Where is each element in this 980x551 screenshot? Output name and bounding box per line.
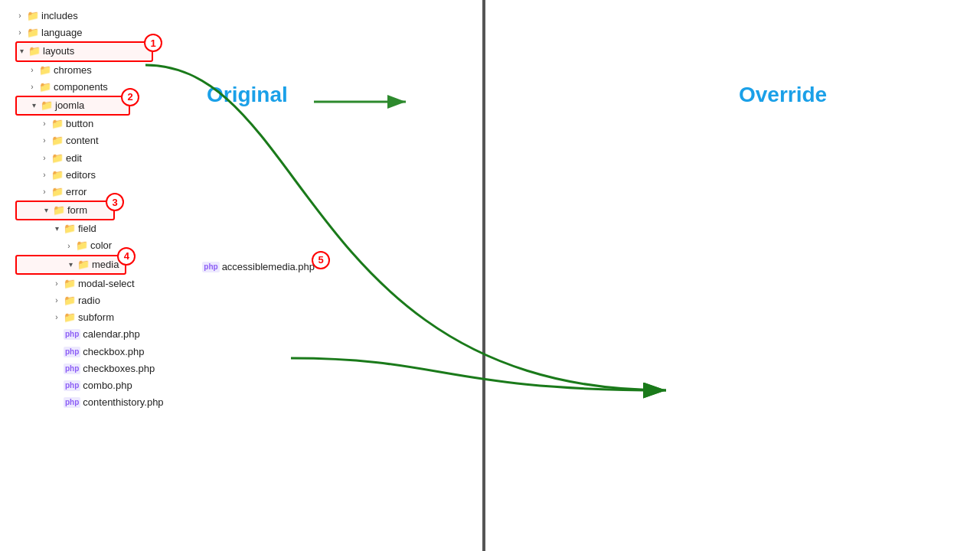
accessiblemedia-row: php accessiblemedia.php [129,259,321,276]
folder-icon: 📁 [27,26,39,40]
tree-item: php calendar.php [15,326,475,343]
caret-icon: › [40,135,49,146]
tree-item: php checkbox.php [15,344,475,360]
tree-item: › 📁 radio [15,292,475,309]
caret-icon: › [52,279,61,289]
caret-icon: › [40,119,49,129]
folder-icon: 📁 [76,239,88,253]
orig-to-override-arrow [314,88,413,116]
layouts-row: ▾ 📁 layouts [15,41,153,61]
tree-item: php combo.php [15,377,475,394]
caret-icon: › [28,65,37,76]
main-container: › 📁 includes › 📁 language ▾ 📁 layouts 1 … [0,0,980,551]
tree-item: php contenthistory.php [15,394,475,411]
folder-icon: 📁 [53,204,65,217]
caret-icon: › [40,170,49,181]
item-label: chromes [54,64,92,77]
tree-item: › 📁 color [15,237,475,254]
folder-icon: 📁 [41,99,53,112]
item-label: checkboxes.php [83,362,155,376]
caret-icon: › [15,28,24,38]
php-badge: php [64,380,80,391]
item-label: components [54,80,108,94]
tree-item: › 📁 content [15,132,475,149]
tree-item: › 📁 button [15,116,475,132]
tree-item: › 📁 error [15,184,475,201]
tree-item: › 📁 includes [15,8,475,24]
folder-icon: 📁 [64,311,76,324]
folder-icon: 📁 [28,44,41,58]
caret-icon: ▾ [41,205,51,216]
item-label: combo.php [83,379,132,393]
folder-icon: 📁 [64,294,76,308]
php-badge: php [64,329,80,340]
item-label: calendar.php [83,328,139,341]
tree-item: php checkboxes.php [15,360,475,377]
folder-icon: 📁 [27,9,39,23]
caret-icon: › [15,11,24,21]
item-label: content [66,134,99,148]
caret-icon: ▾ [17,46,26,57]
item-label: radio [78,294,100,308]
folder-icon: 📁 [39,80,51,94]
tree-item: › 📁 edit [15,150,475,167]
item-label: language [41,26,83,40]
item-label: contenthistory.php [83,396,163,409]
caret-icon: ▾ [52,223,61,234]
item-label: editors [66,168,96,182]
tree-item: › 📁 chromes [15,62,475,79]
folder-icon: 📁 [64,277,76,291]
tree-item: › 📁 editors [15,167,475,184]
tree-item: › 📁 modal-select [15,276,475,292]
item-label: joomla [55,99,84,112]
original-label: Original [207,83,288,107]
media-row: ▾ 📁 media [15,255,126,275]
item-label: modal-select [78,277,135,291]
item-label: edit [66,152,82,165]
caret-icon: ▾ [66,259,75,270]
php-badge: php [64,347,80,357]
caret-icon: › [40,153,49,164]
item-label: media [92,258,119,272]
folder-icon: 📁 [39,64,51,77]
item-label: includes [41,9,78,23]
item-label: color [90,239,112,253]
folder-icon: 📁 [51,152,64,165]
tree-item: ▾ 📁 field [15,220,475,237]
item-label: field [78,222,96,236]
caret-icon: ▾ [29,100,38,111]
php-badge: php [64,364,80,374]
divider [482,0,485,551]
item-label: accessiblemedia.php [222,260,315,274]
tree-item: › 📁 subform [15,309,475,326]
caret-icon: › [64,241,74,252]
folder-icon: 📁 [51,168,64,182]
folder-icon: 📁 [77,258,90,272]
folder-icon: 📁 [64,222,76,236]
php-badge: php [64,397,80,408]
folder-icon: 📁 [51,185,64,199]
php-badge: php [202,262,219,272]
folder-icon: 📁 [51,117,64,131]
caret-icon: › [52,295,61,306]
item-label: subform [78,311,114,324]
folder-icon: 📁 [51,134,64,148]
item-label: layouts [43,44,74,58]
item-label: checkbox.php [83,345,144,359]
caret-icon: › [40,187,49,197]
item-label: button [66,117,93,131]
override-label: Override [739,83,827,107]
tree-item: › 📁 language [15,24,475,41]
caret-icon: › [28,82,37,93]
item-label: form [67,204,87,217]
joomla-row: ▾ 📁 joomla [15,96,130,116]
form-row: ▾ 📁 form [15,201,115,220]
caret-icon: › [52,312,61,323]
right-panel: ▾ 📁 xxxxxxxx.local E:\OSPanel\domains\xx… [968,0,980,551]
item-label: error [66,185,87,199]
